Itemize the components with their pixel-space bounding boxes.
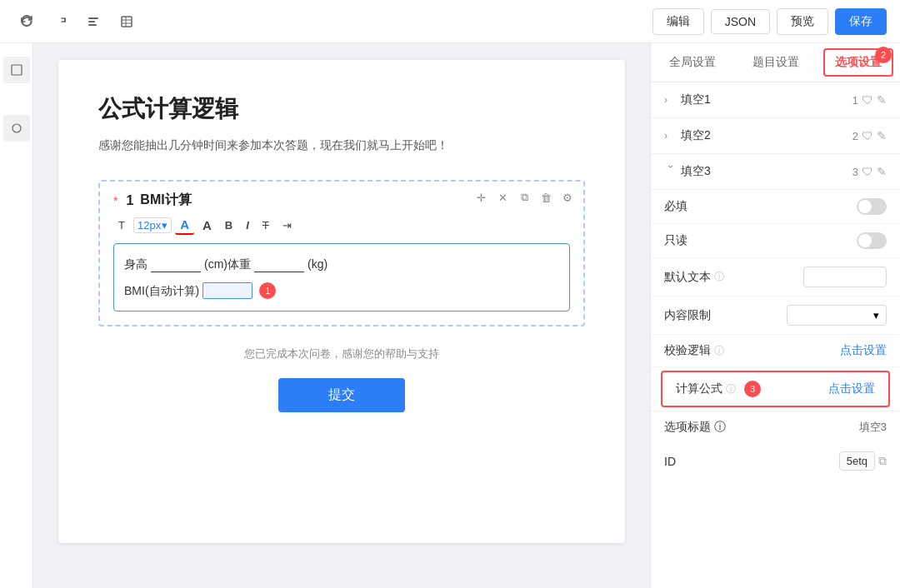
accordion-item-1: › 填空1 1 🛡 ✎: [651, 82, 900, 118]
font-size-selector[interactable]: 12px ▾: [133, 217, 172, 233]
svg-rect-7: [12, 65, 22, 75]
shield-icon-3[interactable]: 🛡: [862, 165, 873, 178]
accordion-badges-1: 1 🛡 ✎: [852, 93, 887, 107]
shield-icon-2[interactable]: 🛡: [862, 129, 873, 142]
strikethrough-btn[interactable]: T: [258, 217, 274, 233]
left-sidebar: [0, 43, 33, 588]
color-A-btn[interactable]: A: [175, 216, 194, 235]
calc-formula-link[interactable]: 点击设置: [828, 381, 875, 396]
tab-global[interactable]: 全局设置: [651, 43, 734, 82]
copy-id-icon[interactable]: ⧉: [878, 454, 887, 468]
id-value-box: 5etq ⧉: [839, 451, 887, 471]
arrow-icon-2: ›: [664, 130, 678, 142]
badge-1: 1: [259, 282, 276, 299]
required-toggle[interactable]: [857, 198, 887, 215]
sidebar-icon-2[interactable]: [3, 115, 30, 142]
option-title-value: 填空3: [859, 420, 887, 435]
undo-button[interactable]: [13, 8, 40, 35]
accordion-title-2: 填空2: [681, 128, 849, 143]
preview-tab-button[interactable]: 预览: [777, 8, 828, 35]
arrow-icon-1: ›: [664, 94, 678, 106]
question-title: BMI计算: [140, 192, 191, 209]
italic-btn[interactable]: I: [241, 217, 254, 233]
arrow-icon-3: ›: [665, 165, 677, 178]
bold-btn[interactable]: B: [220, 217, 238, 233]
default-text-help-icon: ⓘ: [714, 270, 724, 284]
main-toolbar: 编辑 JSON 预览 保存: [0, 0, 900, 43]
calc-formula-badge: 3: [744, 381, 761, 397]
setting-content-limit-row: 内容限制 ▾: [651, 296, 900, 335]
content-limit-arrow: ▾: [873, 309, 879, 321]
fill-blank-height[interactable]: [151, 256, 201, 272]
canvas-area: 公式计算逻辑 感谢您能抽出几分钟时间来参加本次答题，现在我们就马上开始吧！ ✛ …: [33, 43, 650, 588]
label-cm: (cm)体重: [204, 252, 251, 276]
setting-readonly-row: 只读: [651, 224, 900, 258]
sidebar-icon-1[interactable]: [3, 57, 30, 83]
input-line-2: BMI(自动计算) 1: [124, 279, 559, 302]
badge-num-2: 2: [852, 130, 858, 142]
accordion-header-2[interactable]: › 填空2 2 🛡 ✎: [664, 118, 887, 153]
edit-icon-1[interactable]: ✎: [877, 93, 887, 107]
main-layout: 公式计算逻辑 感谢您能抽出几分钟时间来参加本次答题，现在我们就马上开始吧！ ✛ …: [0, 43, 900, 588]
right-panel-tabs: 全局设置 题目设置 选项设置 2: [651, 43, 900, 82]
form-footer: 您已完成本次问卷，感谢您的帮助与支持: [98, 346, 585, 361]
input-area[interactable]: 身高 (cm)体重 (kg) BMI(自动计算) 1: [113, 243, 570, 311]
setting-required-row: 必填: [651, 190, 900, 224]
label-bmi: BMI(自动计算): [124, 279, 199, 302]
id-value: 5etq: [839, 451, 875, 471]
label-height: 身高: [124, 252, 148, 276]
delete-x-icon[interactable]: ✕: [493, 188, 512, 207]
table-button[interactable]: [113, 8, 140, 35]
accordion-header-1[interactable]: › 填空1 1 🛡 ✎: [664, 82, 887, 117]
text-type-btn[interactable]: T: [113, 217, 130, 233]
edit-icon-2[interactable]: ✎: [877, 129, 887, 142]
badge-num-1: 1: [852, 94, 858, 107]
required-mark: *: [113, 194, 118, 207]
svg-rect-0: [88, 17, 98, 19]
text-format-toolbar: T 12px ▾ A A B I T ⇥: [113, 216, 570, 235]
option-title-row: 选项标题 ⓘ 填空3: [651, 411, 900, 443]
accordion-badges-2: 2 🛡 ✎: [852, 129, 887, 142]
setting-validate-row: 校验逻辑 ⓘ 点击设置: [651, 335, 900, 367]
redo-button[interactable]: [47, 8, 73, 35]
text-button[interactable]: [80, 8, 107, 35]
input-line-1: 身高 (cm)体重 (kg): [124, 252, 559, 276]
shield-icon-1[interactable]: 🛡: [862, 93, 873, 107]
svg-point-8: [12, 124, 21, 132]
font-size-value: 12px: [138, 219, 161, 232]
save-button[interactable]: 保存: [835, 8, 887, 35]
setting-validate-label: 校验逻辑 ⓘ: [664, 343, 840, 358]
accordion-title-1: 填空1: [681, 92, 849, 107]
fill-blank-bmi[interactable]: [202, 282, 252, 299]
plain-A-btn[interactable]: A: [198, 217, 217, 234]
json-tab-button[interactable]: JSON: [711, 9, 770, 34]
label-kg: (kg): [308, 252, 328, 276]
content-limit-select[interactable]: ▾: [787, 305, 887, 326]
form-description: 感谢您能抽出几分钟时间来参加本次答题，现在我们就马上开始吧！: [98, 138, 585, 153]
validate-logic-link[interactable]: 点击设置: [840, 343, 887, 358]
tab-option-badge: 2: [875, 47, 892, 63]
copy-icon[interactable]: ⧉: [515, 188, 533, 207]
indent-btn[interactable]: ⇥: [278, 217, 297, 233]
default-text-input[interactable]: [803, 267, 887, 287]
id-label: ID: [664, 455, 839, 468]
svg-rect-3: [122, 17, 132, 27]
submit-button[interactable]: 提交: [278, 378, 405, 412]
svg-rect-2: [88, 24, 97, 26]
edit-icon-3[interactable]: ✎: [877, 165, 887, 178]
trash-icon[interactable]: 🗑: [537, 188, 555, 207]
tab-question[interactable]: 题目设置: [734, 43, 818, 82]
settings-icon[interactable]: ⚙: [558, 188, 577, 207]
right-panel: 全局设置 题目设置 选项设置 2 › 填空1 1 🛡 ✎ ›: [650, 43, 900, 588]
fill-blank-weight[interactable]: [254, 256, 304, 272]
setting-content-limit-label: 内容限制: [664, 308, 787, 323]
option-title-label: 选项标题 ⓘ: [664, 420, 859, 435]
question-number: 1: [126, 193, 133, 208]
readonly-toggle[interactable]: [857, 232, 887, 249]
calc-formula-help-icon: ⓘ: [726, 382, 736, 396]
svg-rect-1: [88, 21, 95, 22]
accordion-badges-3: 3 🛡 ✎: [852, 165, 887, 178]
move-icon[interactable]: ✛: [472, 188, 490, 207]
edit-tab-button[interactable]: 编辑: [652, 8, 704, 35]
accordion-header-3[interactable]: › 填空3 3 🛡 ✎: [664, 154, 887, 189]
